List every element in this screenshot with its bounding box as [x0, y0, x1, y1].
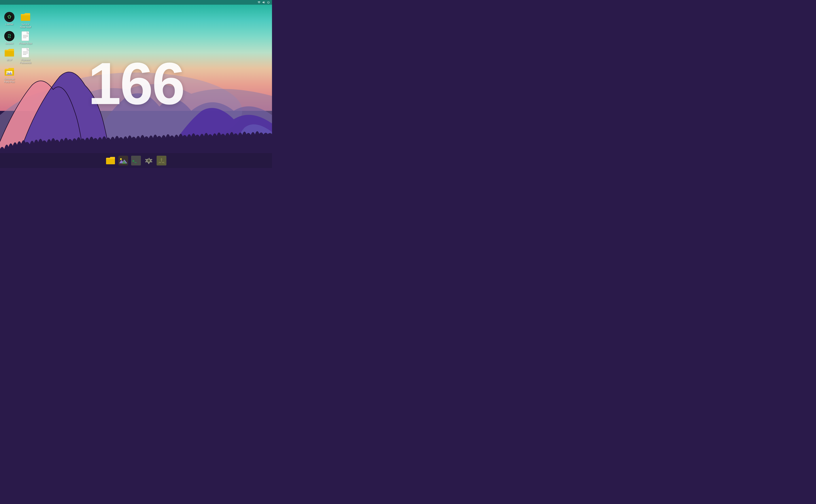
private-keys-icon[interactable]: Private Keys [18, 30, 33, 46]
wip-label: W.I.P [7, 59, 12, 61]
service-node-folder-img [20, 12, 31, 22]
christmas-folder-img [4, 67, 14, 77]
dock-image-viewer[interactable] [118, 155, 129, 166]
service-node-stuff-icon[interactable]: Service Node Stuff [18, 11, 33, 29]
wifi-icon [257, 1, 260, 4]
svg-point-13 [7, 72, 8, 73]
private-keys-file-img [20, 31, 31, 41]
session-circle [4, 31, 14, 41]
system-tray [257, 1, 270, 4]
icon-row-2: Session Private Keys [2, 30, 33, 46]
service-node-stuff-label: Service Node Stuff [19, 23, 32, 28]
icon-row-3: W.I.P Plaintext Passwords [2, 47, 33, 65]
svg-rect-14 [118, 156, 128, 165]
icon-row-1: LokiNet Service Node Stuff [2, 11, 33, 29]
lokinet-label: LokiNet [5, 23, 13, 26]
lokinet-circle [4, 12, 14, 22]
christmas-party-pics-icon[interactable]: Christmas Party Pics [2, 66, 17, 84]
svg-point-19 [147, 159, 150, 162]
wallpaper: 166 LokiNet [0, 5, 272, 168]
plaintext-passwords-label: Plaintext Passwords [19, 59, 32, 64]
christmas-party-pics-label: Christmas Party Pics [3, 78, 16, 83]
dock-terminal[interactable]: >_ [130, 155, 141, 166]
session-label: Session [5, 42, 13, 45]
svg-point-15 [120, 158, 122, 160]
dock-file-manager[interactable] [105, 155, 116, 166]
svg-text:>_: >_ [132, 159, 137, 163]
desktop-icons: LokiNet Service Node Stuff [2, 11, 33, 84]
private-keys-label: Private Keys [19, 42, 32, 45]
svg-point-1 [6, 13, 13, 21]
mountains [0, 5, 272, 168]
power-icon[interactable] [267, 1, 270, 4]
plaintext-passwords-file-img [20, 48, 31, 58]
lokinet-icon[interactable]: LokiNet [2, 11, 17, 27]
volume-icon [262, 1, 265, 4]
dock-recycle-bin[interactable] [156, 155, 167, 166]
taskbar-top [0, 0, 272, 5]
plaintext-passwords-icon[interactable]: Plaintext Passwords [18, 47, 33, 65]
icon-row-4: Christmas Party Pics [2, 66, 33, 84]
wip-icon[interactable]: W.I.P [2, 47, 17, 62]
lokinet-icon-img [4, 12, 14, 22]
wip-folder-img [4, 48, 14, 58]
session-icon-img [4, 31, 14, 41]
dock-settings[interactable] [143, 155, 154, 166]
dock-bottom: >_ [0, 153, 272, 168]
session-icon[interactable]: Session [2, 30, 17, 46]
